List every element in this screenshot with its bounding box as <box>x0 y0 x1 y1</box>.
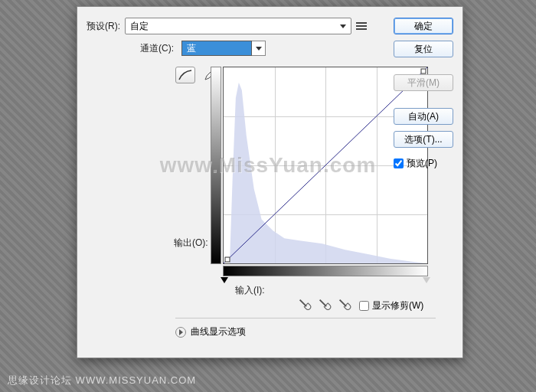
channel-label: 通道(C): <box>140 42 174 55</box>
channel-dropdown[interactable]: 蓝 <box>181 41 252 56</box>
channel-dropdown-arrow[interactable] <box>252 41 266 56</box>
black-point-slider[interactable] <box>221 277 228 283</box>
white-point-slider[interactable] <box>423 277 430 283</box>
curve-display-options-label[interactable]: 曲线显示选项 <box>191 325 246 338</box>
footer-text: 思缘设计论坛 WWW.MISSYUAN.COM <box>8 374 196 387</box>
output-gradient <box>211 67 221 264</box>
input-gradient <box>223 266 428 276</box>
channel-value: 蓝 <box>187 42 196 55</box>
preset-dropdown[interactable]: 自定 <box>125 18 351 34</box>
gray-eyedropper-icon[interactable] <box>315 295 334 314</box>
expand-icon[interactable] <box>175 327 186 338</box>
separator <box>175 318 436 318</box>
smooth-button: 平滑(M) <box>394 74 453 91</box>
white-eyedropper-icon[interactable] <box>335 295 354 314</box>
curves-dialog: 预设(R): 自定 通道(C): 蓝 输出(O): <box>77 6 463 358</box>
preview-checkbox[interactable] <box>394 158 404 168</box>
preset-label: 预设(R): <box>87 20 120 33</box>
black-eyedropper-icon[interactable] <box>295 295 314 314</box>
input-label: 输入(I): <box>235 284 265 297</box>
cancel-button[interactable]: 复位 <box>394 41 453 57</box>
show-clipping-checkbox[interactable] <box>359 301 369 311</box>
curve-point-shadow[interactable] <box>225 256 230 262</box>
show-clipping-label: 显示修剪(W) <box>372 299 423 312</box>
output-label: 输出(O): <box>174 237 208 250</box>
curve-tool-icon[interactable] <box>175 67 195 83</box>
ok-button[interactable]: 确定 <box>394 18 453 34</box>
options-button[interactable]: 选项(T)... <box>394 131 453 148</box>
preview-label: 预览(P) <box>407 157 437 170</box>
preset-menu-icon[interactable] <box>356 22 367 30</box>
auto-button[interactable]: 自动(A) <box>394 108 453 125</box>
preset-value: 自定 <box>130 20 149 33</box>
